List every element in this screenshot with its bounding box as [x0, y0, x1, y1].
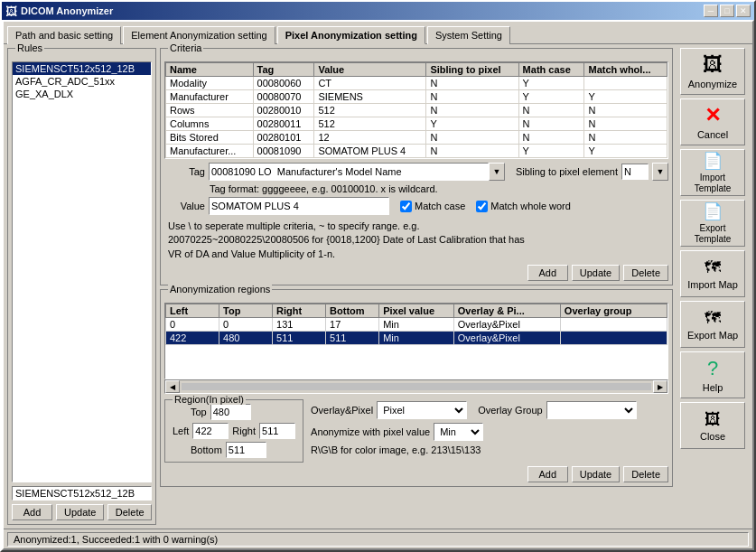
tab-element-anon[interactable]: Element Anonymization setting	[123, 26, 275, 44]
cancel-label: Cancel	[697, 129, 728, 140]
bottom-input[interactable]	[226, 442, 266, 458]
rules-buttons: Add Update Delete	[12, 504, 152, 520]
criteria-group: Criteria Name Tag Value Sibling to pixel…	[160, 48, 673, 285]
regions-update-button[interactable]: Update	[572, 466, 620, 482]
region-row-0[interactable]: 0 0 131 17 Min Overlay&Pixel	[166, 318, 667, 332]
scroll-left-btn[interactable]: ◀	[165, 380, 180, 393]
cancel-button[interactable]: ✕ Cancel	[680, 98, 745, 145]
criteria-row-3[interactable]: Columns 00280011 512 Y N N	[166, 117, 667, 131]
criteria-row-0[interactable]: Modality 00080060 CT N Y	[166, 77, 667, 90]
close-app-icon: 🖼	[705, 410, 721, 429]
rcol-overlay: Overlay & Pi...	[453, 304, 560, 318]
rules-update-button[interactable]: Update	[56, 504, 104, 520]
col-sibling: Sibling to pixel	[426, 63, 518, 77]
tag-label: Tag	[164, 166, 205, 177]
rcol-top: Top	[219, 304, 273, 318]
title-bar: 🖼 DICOM Anonymizer ─ □ ✕	[2, 2, 754, 20]
export-map-label: Export Map	[687, 330, 738, 341]
criteria-info-text: Use \ to seperate multiple criteria, ~ t…	[164, 218, 668, 263]
region-row-1[interactable]: 422 480 511 511 Min Overlay&Pixel	[166, 332, 667, 345]
criteria-row-5[interactable]: Manufacturer... 00081090 SOMATOM PLUS 4 …	[166, 145, 667, 158]
right-input[interactable]	[259, 423, 295, 439]
col-math: Math case	[518, 63, 584, 77]
criteria-table: Name Tag Value Sibling to pixel Math cas…	[165, 62, 667, 158]
criteria-row-2[interactable]: Rows 00280010 512 N N N	[166, 104, 667, 117]
h-scrollbar[interactable]: ◀ ▶	[164, 379, 668, 394]
top-input[interactable]	[210, 404, 251, 420]
export-template-button[interactable]: 📄 ExportTemplate	[680, 200, 745, 247]
rules-selected-display: SIEMENSCT512x512_12B	[12, 486, 152, 501]
region-inputs-group: Region(In pixel) Top Left Right	[164, 399, 303, 463]
close-app-button[interactable]: 🖼 Close	[680, 402, 745, 449]
export-map-icon: 🗺	[705, 309, 721, 328]
regions-action-row: Add Update Delete	[164, 466, 668, 482]
status-text: Anonymized:1, Succeeded:1 with 0 warning…	[7, 532, 749, 547]
anonymize-button[interactable]: 🖼 Anonymize	[680, 48, 745, 95]
criteria-delete-button[interactable]: Delete	[623, 265, 668, 281]
rules-item-2[interactable]: GE_XA_DLX	[13, 88, 151, 100]
sibling-dropdown-btn[interactable]: ▼	[652, 163, 668, 181]
tab-system-setting[interactable]: System Setting	[427, 26, 510, 44]
right-label: Right	[232, 426, 256, 436]
regions-table: Left Top Right Bottom Pixel value Overla…	[165, 304, 667, 345]
scroll-track[interactable]	[182, 383, 651, 390]
rcol-left: Left	[166, 304, 219, 318]
close-button[interactable]: ✕	[736, 5, 751, 17]
left-input[interactable]	[192, 423, 229, 439]
rcol-right: Right	[273, 304, 326, 318]
match-case-checkbox[interactable]: Match case	[400, 201, 465, 212]
regions-delete-button[interactable]: Delete	[623, 466, 668, 482]
overlay-group-label: Overlay Group	[478, 405, 543, 416]
import-map-label: Import Map	[687, 279, 738, 290]
rcol-group: Overlay group	[560, 304, 667, 318]
export-template-icon: 📄	[703, 201, 723, 221]
anon-pixel-select[interactable]: Min Max Mean	[434, 423, 483, 441]
regions-add-button[interactable]: Add	[527, 466, 568, 482]
rules-item-1[interactable]: AGFA_CR_ADC_51xx	[13, 75, 151, 88]
anonymize-icon: 🖼	[703, 53, 723, 77]
criteria-update-button[interactable]: Update	[572, 265, 620, 281]
anon-regions-label: Anonymization regions	[168, 284, 272, 295]
tag-dropdown-btn[interactable]: ▼	[489, 163, 505, 181]
export-template-label: ExportTemplate	[695, 223, 732, 245]
left-label: Left	[173, 426, 189, 436]
tab-path-basic[interactable]: Path and basic setting	[7, 26, 121, 44]
minimize-button[interactable]: ─	[704, 5, 718, 17]
col-match: Match whol...	[584, 63, 667, 77]
cancel-icon: ✕	[705, 104, 721, 127]
rules-delete-button[interactable]: Delete	[107, 504, 152, 520]
rules-item-0[interactable]: SIEMENSCT512x512_12B	[13, 62, 151, 75]
tab-pixel-anon[interactable]: Pixel Anonymization setting	[277, 26, 425, 44]
overlay-pixel-label: Overlay&Pixel	[311, 405, 373, 416]
criteria-row-4[interactable]: Bits Stored 00280101 12 N N N	[166, 131, 667, 145]
value-input[interactable]	[209, 197, 389, 215]
scroll-right-btn[interactable]: ▶	[653, 380, 667, 393]
region-label: Region(In pixel)	[173, 394, 246, 405]
criteria-group-label: Criteria	[168, 42, 203, 53]
import-template-button[interactable]: 📄 ImportTemplate	[680, 149, 745, 196]
col-value: Value	[314, 63, 426, 77]
title-bar-buttons: ─ □ ✕	[704, 5, 751, 17]
tag-input[interactable]	[209, 163, 489, 181]
col-tag: Tag	[253, 63, 314, 77]
criteria-row-1[interactable]: Manufacturer 00080070 SIEMENS N Y Y	[166, 90, 667, 104]
import-map-button[interactable]: 🗺 Import Map	[680, 250, 745, 297]
overlay-pixel-select[interactable]: Pixel Overlay Overlay&Pixel	[377, 401, 467, 419]
import-map-icon: 🗺	[705, 258, 721, 277]
maximize-button[interactable]: □	[720, 5, 734, 17]
sibling-input[interactable]	[621, 164, 649, 180]
overlay-group-select[interactable]	[546, 401, 637, 419]
rules-list[interactable]: SIEMENSCT512x512_12B AGFA_CR_ADC_51xx GE…	[12, 61, 152, 482]
help-button[interactable]: ? Help	[680, 351, 745, 398]
window-title: DICOM Anonymizer	[21, 5, 113, 16]
regions-table-container[interactable]: Left Top Right Bottom Pixel value Overla…	[164, 303, 668, 379]
rules-add-button[interactable]: Add	[12, 504, 52, 520]
status-bar: Anonymized:1, Succeeded:1 with 0 warning…	[4, 529, 752, 548]
criteria-add-button[interactable]: Add	[527, 265, 568, 281]
sibling-label: Sibling to pixel element	[516, 166, 618, 177]
bottom-label: Bottom	[191, 444, 222, 455]
close-app-label: Close	[700, 431, 725, 442]
export-map-button[interactable]: 🗺 Export Map	[680, 301, 745, 348]
match-whole-checkbox[interactable]: Match whole word	[476, 201, 571, 212]
anon-pixel-label: Anonymize with pixel value	[311, 426, 430, 437]
